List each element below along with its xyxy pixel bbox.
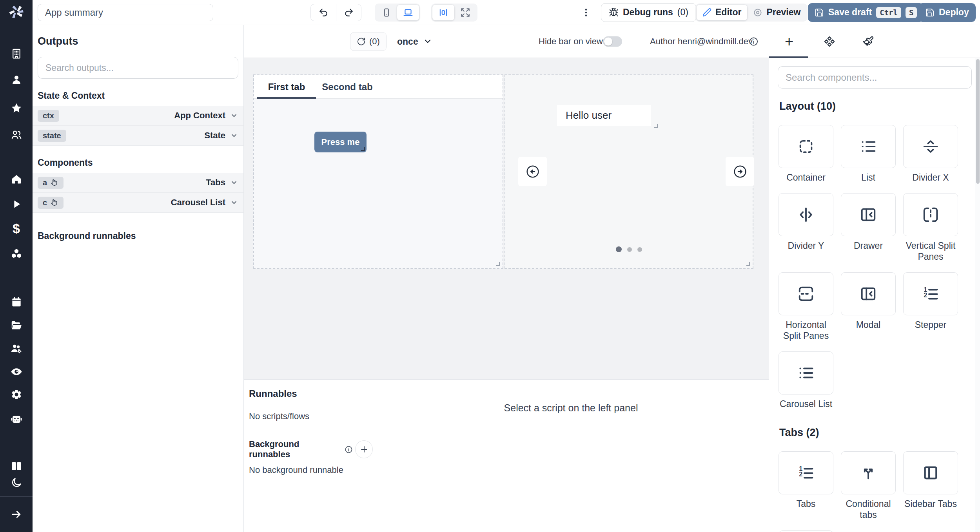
component-card-vertical-split[interactable]: Vertical Split Panes <box>903 193 958 262</box>
component-id: c <box>43 198 47 207</box>
save-draft-button[interactable]: Save draft Ctrl S <box>808 3 924 22</box>
conditional-tabs-icon <box>859 464 877 482</box>
app-summary-input[interactable] <box>38 4 213 21</box>
component-card-drawer[interactable]: Drawer <box>841 193 896 251</box>
carousel-dot-active[interactable] <box>616 246 622 252</box>
carousel-list-icon <box>797 364 815 382</box>
tab-second[interactable]: Second tab <box>316 75 379 98</box>
component-card-container[interactable]: Container <box>779 125 833 183</box>
undo-button[interactable] <box>311 4 336 21</box>
state-context-title: State & Context <box>38 90 243 101</box>
output-row-carousel[interactable]: c Carousel List <box>33 193 243 213</box>
chevron-down-icon[interactable] <box>230 132 238 139</box>
eye-icon[interactable] <box>0 366 33 378</box>
component-card-carousel-list[interactable]: Carousel List <box>779 351 833 409</box>
resize-handle[interactable] <box>654 124 658 128</box>
deploy-label: Deploy <box>939 7 969 18</box>
carousel-dot[interactable] <box>627 247 632 252</box>
output-id-badge: a <box>38 177 64 189</box>
add-background-runnable-button[interactable] <box>355 440 373 458</box>
building-icon[interactable] <box>0 48 33 60</box>
component-card-invisible-tabs[interactable] <box>779 530 833 532</box>
user-icon[interactable] <box>0 74 33 86</box>
component-card-tabs[interactable]: 1 2 Tabs <box>779 451 833 509</box>
info-icon[interactable] <box>345 445 353 454</box>
resize-handle[interactable] <box>361 147 365 151</box>
component-card-sidebar-tabs[interactable]: Sidebar Tabs <box>903 451 958 509</box>
deploy-button[interactable]: Deploy <box>918 3 976 22</box>
component-card-list[interactable]: List <box>841 125 896 183</box>
hide-bar-toggle[interactable] <box>603 36 622 47</box>
carousel-next-button[interactable] <box>726 157 754 186</box>
gear-icon[interactable] <box>0 389 33 400</box>
component-card-divider-y[interactable]: Divider Y <box>779 193 833 251</box>
author-label: Author henri@windmill.dev <box>650 36 753 47</box>
bug-icon <box>609 7 619 17</box>
panel-scrollbar[interactable] <box>975 58 980 532</box>
chevron-down-icon[interactable] <box>230 199 238 206</box>
preview-tab[interactable]: Preview <box>747 5 806 20</box>
robot-icon[interactable] <box>0 413 33 425</box>
windmill-logo-icon[interactable] <box>0 3 33 20</box>
divider-x-icon <box>922 138 940 156</box>
debug-runs-label: Debug runs <box>623 7 673 18</box>
folder-open-icon[interactable] <box>0 319 33 331</box>
users-gear-icon[interactable] <box>0 342 33 355</box>
boxes-icon[interactable] <box>0 248 33 259</box>
refresh-button[interactable]: (0) <box>350 32 387 51</box>
no-background-label: No background runnable <box>249 465 373 475</box>
output-row-state[interactable]: state State <box>33 126 243 146</box>
search-components-input[interactable] <box>778 66 972 89</box>
star-icon[interactable] <box>0 102 33 114</box>
dollar-icon[interactable]: $ <box>0 222 33 235</box>
component-settings-tab[interactable] <box>824 36 835 47</box>
info-icon[interactable] <box>749 36 759 46</box>
pointer-hand-icon <box>51 179 58 186</box>
center-layout-button[interactable] <box>432 5 454 20</box>
carousel-dot[interactable] <box>637 247 642 252</box>
styling-tab[interactable] <box>863 36 874 47</box>
arrow-right-icon[interactable] <box>0 508 33 520</box>
output-row-tabs[interactable]: a Tabs <box>33 173 243 193</box>
carousel-prev-button[interactable] <box>518 157 547 186</box>
search-outputs-input[interactable] <box>38 57 238 79</box>
carousel-component[interactable]: Hello user <box>505 74 753 269</box>
desktop-view-button[interactable] <box>397 5 419 20</box>
component-card-modal[interactable]: Modal <box>841 272 896 330</box>
hello-user-text: Hello user <box>566 109 612 121</box>
run-mode-dropdown[interactable]: once <box>397 36 432 47</box>
text-component[interactable]: Hello user <box>557 105 651 126</box>
redo-button[interactable] <box>336 4 361 21</box>
press-me-button[interactable]: Press me <box>314 132 367 152</box>
tab-first[interactable]: First tab <box>257 75 316 98</box>
component-library-panel: + Layout (10) <box>769 25 980 532</box>
home-icon[interactable] <box>0 173 33 185</box>
fullscreen-button[interactable] <box>454 5 476 20</box>
background-runnables-heading: Background runnables <box>249 439 341 460</box>
tabs-component[interactable]: First tab Second tab Press me <box>253 74 503 269</box>
calendar-icon[interactable] <box>0 296 33 308</box>
debug-runs-button[interactable]: Debug runs (0) <box>601 3 696 22</box>
mobile-view-button[interactable] <box>376 5 397 20</box>
chevron-down-icon[interactable] <box>230 179 238 186</box>
sidebar-tabs-icon <box>922 464 940 482</box>
resize-handle[interactable] <box>746 262 750 266</box>
users-icon[interactable] <box>0 129 33 141</box>
insert-component-tab[interactable]: + <box>785 34 793 49</box>
runnables-title: Runnables <box>249 388 373 399</box>
component-card-horizontal-split[interactable]: Horizontal Split Panes <box>779 272 833 341</box>
chevron-down-icon[interactable] <box>230 112 238 119</box>
more-menu-button[interactable] <box>581 7 591 18</box>
component-card-conditional-tabs[interactable]: Conditional tabs <box>841 451 896 520</box>
component-card-stepper[interactable]: 1 2 Stepper <box>903 272 958 330</box>
play-icon[interactable] <box>0 198 33 210</box>
output-row-ctx[interactable]: ctx App Context <box>33 106 243 126</box>
resize-handle[interactable] <box>496 262 500 266</box>
component-card-divider-x[interactable]: Divider X <box>903 125 958 183</box>
scrollbar-thumb[interactable] <box>976 59 980 184</box>
editor-tab[interactable]: Editor <box>697 5 747 20</box>
moon-icon[interactable] <box>0 477 33 489</box>
layout-toggle-group <box>431 4 477 22</box>
book-open-icon[interactable] <box>0 460 33 472</box>
output-type-label: State <box>204 130 225 141</box>
